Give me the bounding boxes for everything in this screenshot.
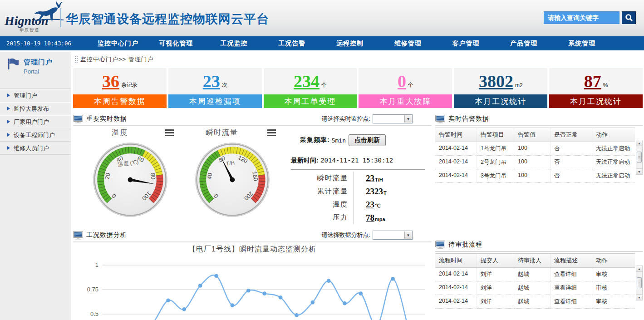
stat-unit: m2 [515, 82, 523, 89]
monitor-point-select[interactable]: ▼ [373, 114, 413, 123]
alarm-col-0: 告警时间 [435, 128, 477, 142]
gauge-temperature: 温度 020406080100温度 (℃) [86, 128, 186, 220]
alarm-row-1[interactable]: 2014-02-142号龙门吊100否无法正常启动 [435, 156, 635, 169]
alarm-col-4: 动作 [592, 128, 635, 142]
stat-label: 本月工况统计 [549, 94, 643, 108]
reading-value[interactable]: 78 [366, 213, 374, 223]
stats-row: 36 条记录 本周告警数据 23 次 本周巡检漏项 234 个 本周工单受理 0… [73, 68, 643, 108]
monitor-icon [435, 241, 445, 249]
approvals-scrollbar[interactable]: ▲ ☰ ▼ [636, 266, 643, 300]
approval-cell[interactable]: 查看详细 [551, 268, 592, 281]
nav-item-7[interactable]: 产品管理 [495, 39, 553, 48]
alarm-cell[interactable]: 无法正常启动 [592, 169, 635, 183]
approval-cell[interactable]: 查看详细 [551, 295, 592, 309]
svg-text:40: 40 [206, 172, 213, 180]
approval-cell[interactable]: 审核 [592, 268, 635, 281]
approval-cell[interactable]: 审核 [592, 295, 635, 309]
chevron-down-icon[interactable]: ▼ [404, 115, 412, 123]
menu-icon[interactable] [165, 129, 174, 138]
freq-value: 5min [332, 137, 346, 144]
scroll-down-icon[interactable]: ▼ [636, 294, 642, 300]
alarm-cell[interactable]: 否 [551, 142, 592, 156]
nav-item-8[interactable]: 系统管理 [553, 39, 611, 48]
header-divider [60, 8, 61, 27]
nav-items: 监控中心门户可视化管理工况监控工况告警远程控制维修管理客户管理产品管理系统管理 [89, 39, 611, 48]
sidebar-item-1[interactable]: 监控大屏发布 [0, 102, 71, 115]
alarm-row-2[interactable]: 2014-02-143号龙门吊100否无法正常启动 [435, 169, 635, 183]
reading-value[interactable]: 23 [366, 200, 374, 210]
nav-item-5[interactable]: 维修管理 [379, 39, 437, 48]
reading-label: 瞬时流量 [290, 174, 348, 182]
flow-line-chart: 10.750.5value [73, 257, 432, 320]
scroll-down-icon[interactable]: ▼ [636, 168, 642, 174]
approval-row-0[interactable]: 2014-02-14刘洋赵城查看详细审核 [435, 268, 635, 281]
stat-value[interactable]: 23 [203, 73, 220, 90]
search-input[interactable] [544, 11, 619, 24]
nav-item-6[interactable]: 客户管理 [437, 39, 495, 48]
stat-value[interactable]: 0 [398, 73, 406, 90]
approvals-table: 流程时间提交人待审批人流程描述动作2014-02-14刘洋赵城查看详细审核201… [435, 253, 635, 309]
nav-item-1[interactable]: 可视化管理 [147, 39, 205, 48]
stat-card-5: 87 % 本月工况统计 [549, 68, 643, 108]
approval-cell: 2014-02-14 [435, 295, 477, 309]
approval-row-1[interactable]: 2014-02-14刘洋赵城查看详细审核 [435, 281, 635, 295]
reading-row: 瞬时流量 23 T/H [290, 172, 426, 185]
sidebar-item-3[interactable]: 设备工程师门户 [0, 128, 71, 142]
alarms-scrollbar[interactable]: ▲ ☰ ▼ [636, 140, 643, 175]
alarm-cell[interactable]: 无法正常启动 [592, 156, 635, 169]
approval-col-2: 待审批人 [514, 253, 551, 268]
nav-item-3[interactable]: 工况告警 [263, 39, 321, 48]
reading-value[interactable]: 2323 [366, 187, 383, 197]
scroll-up-icon[interactable]: ▲ [636, 140, 642, 146]
stat-label: 本周巡检漏项 [168, 94, 262, 108]
section-alarms-title: 实时告警数据 [448, 115, 489, 123]
section-analysis-header: 工况数据分析 请选择数据分析点: ▼ [73, 229, 432, 242]
portal-subtitle: Portal [24, 68, 53, 75]
chevron-down-icon[interactable]: ▼ [404, 231, 412, 239]
portal-title: 管理门户 [24, 58, 53, 67]
monitor-icon [73, 115, 83, 123]
stat-value[interactable]: 3802 [479, 73, 513, 90]
reading-unit: T [383, 190, 387, 196]
alarm-cell: 100 [514, 156, 551, 169]
alarm-cell[interactable]: 无法正常启动 [592, 142, 635, 156]
approval-cell[interactable]: 查看详细 [551, 281, 592, 295]
breadcrumb-text: 监控中心门户>> 管理门户 [80, 55, 154, 64]
refresh-button[interactable]: 点击刷新 [349, 134, 386, 146]
scroll-thumb[interactable]: ☰ [637, 277, 642, 288]
svg-text:0.5: 0.5 [90, 310, 98, 317]
scroll-up-icon[interactable]: ▲ [636, 266, 642, 272]
alarm-cell[interactable]: 否 [551, 156, 592, 169]
approval-cell: 刘洋 [477, 268, 514, 281]
reading-value[interactable]: 23 [366, 173, 374, 183]
alarm-row-0[interactable]: 2014-02-141号龙门吊100否无法正常启动 [435, 142, 635, 156]
scroll-thumb[interactable]: ☰ [637, 152, 642, 162]
approval-cell: 2014-02-14 [435, 268, 477, 281]
chart-title: 【电厂1号线】瞬时流量动态监测分析 [73, 242, 432, 257]
alarm-header-row: 告警时间告警项目告警值是否正常动作 [435, 128, 635, 142]
approval-row-2[interactable]: 2014-02-14刘洋赵城查看详细审核 [435, 295, 635, 309]
section-alarms-header: 实时告警数据 [435, 113, 643, 126]
stat-value[interactable]: 87 [584, 73, 601, 90]
sidebar-portal-header: 管理门户 Portal [0, 52, 71, 75]
page-title: 华辰智通设备远程监控物联网云平台 [66, 11, 269, 27]
nav-item-0[interactable]: 监控中心门户 [89, 39, 147, 48]
menu-icon[interactable] [267, 129, 276, 138]
gauge-flow: 瞬时流量 04080120160200T/H [188, 128, 288, 220]
nav-item-2[interactable]: 工况监控 [205, 39, 263, 48]
stat-value[interactable]: 234 [294, 73, 320, 90]
gauge-row: 温度 020406080100温度 (℃) 瞬时流量 0408012016020… [73, 126, 432, 229]
nav-item-4[interactable]: 远程控制 [321, 39, 379, 48]
main-content: 监控中心门户>> 管理门户 36 条记录 本周告警数据 23 次 本周巡检漏项 … [71, 52, 644, 320]
approval-cell: 赵城 [514, 268, 551, 281]
approval-header-row: 流程时间提交人待审批人流程描述动作 [435, 253, 635, 268]
approval-cell[interactable]: 审核 [592, 281, 635, 295]
search-group [544, 11, 636, 24]
sidebar-item-4[interactable]: 维修人员门户 [0, 142, 71, 155]
sidebar-item-0[interactable]: 管理门户 [0, 89, 71, 102]
stat-value[interactable]: 36 [102, 73, 119, 90]
sidebar-item-2[interactable]: 厂家用户门户 [0, 115, 71, 128]
analysis-point-select[interactable]: ▼ [373, 231, 413, 240]
search-button[interactable] [622, 11, 636, 24]
alarm-cell[interactable]: 否 [551, 169, 592, 183]
